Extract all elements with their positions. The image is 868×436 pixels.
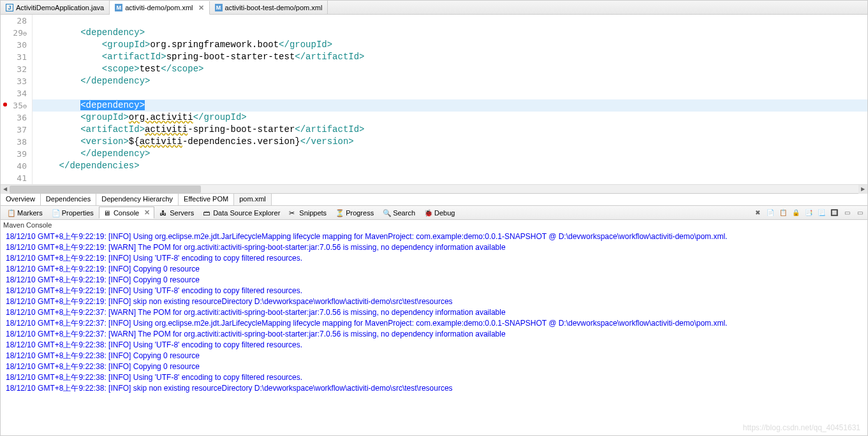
view-label: Data Source Explorer xyxy=(213,209,280,217)
line-number: 40 xyxy=(1,160,27,172)
toolbar-button[interactable]: 📑 xyxy=(804,208,814,218)
editor-tab[interactable]: Mactiviti-demo/pom.xml✕ xyxy=(110,1,209,15)
console-line: 18/12/10 GMT+8上午9:22:37: [INFO] Using or… xyxy=(6,318,862,329)
view-tab-data-source-explorer[interactable]: 🗃Data Source Explorer xyxy=(199,208,284,218)
line-number: 34 xyxy=(1,87,27,99)
view-label: Snippets xyxy=(299,209,327,217)
console-line: 18/12/10 GMT+8上午9:22:19: [INFO] Using 'U… xyxy=(6,253,862,264)
view-label: Markers xyxy=(17,209,43,217)
toolbar-button[interactable]: ✖ xyxy=(753,208,763,218)
line-number: 33 xyxy=(1,75,27,87)
code-line[interactable]: <groupId>org.activiti</groupId> xyxy=(33,112,867,124)
line-number: 28 xyxy=(1,15,27,27)
view-label: Search xyxy=(393,209,415,217)
code-line[interactable]: </dependencies> xyxy=(33,160,867,172)
editor-hscroll[interactable]: ◀ ▶ xyxy=(1,184,867,193)
line-number: 30 xyxy=(1,39,27,51)
view-label: Progress xyxy=(346,209,374,217)
tab-label: activiti-boot-test-demo/pom.xml xyxy=(225,4,323,11)
code-line[interactable] xyxy=(33,15,867,27)
toolbar-button[interactable]: ▭ xyxy=(855,208,865,218)
console-line: 18/12/10 GMT+8上午9:22:19: [INFO] Using 'U… xyxy=(6,286,862,296)
view-label: Servers xyxy=(170,209,194,217)
close-icon[interactable]: ✕ xyxy=(144,208,150,217)
console-line: 18/12/10 GMT+8上午9:22:38: [INFO] Using 'U… xyxy=(6,372,862,383)
view-icon: 📄 xyxy=(52,209,59,217)
console-line: 18/12/10 GMT+8上午9:22:19: [INFO] Copying … xyxy=(6,275,862,286)
ide-window: JActivitiDemoApplication.javaMactiviti-d… xyxy=(0,0,868,436)
line-number: 39 xyxy=(1,148,27,160)
view-tab-search[interactable]: 🔍Search xyxy=(379,208,419,218)
line-number: 36 xyxy=(1,112,27,124)
pom-subtab[interactable]: Dependency Hierarchy xyxy=(96,194,179,205)
watermark: https://blog.csdn.net/qq_40451631 xyxy=(743,423,860,432)
toolbar-button[interactable]: 🔲 xyxy=(829,208,839,218)
pom-subtab[interactable]: Dependencies xyxy=(41,194,96,205)
maven-file-icon: M xyxy=(115,4,122,11)
code-line[interactable] xyxy=(33,172,867,184)
editor[interactable]: 2829⊖303132333435⊖363738394041 <dependen… xyxy=(1,15,867,184)
console-line: 18/12/10 GMT+8上午9:22:19: [WARN] The POM … xyxy=(6,242,862,253)
code-line[interactable]: </dependency> xyxy=(33,75,867,87)
code-line[interactable]: <groupId>org.springframework.boot</group… xyxy=(33,39,867,51)
code-line[interactable]: </dependency> xyxy=(33,148,867,160)
view-tab-markers[interactable]: 📋Markers xyxy=(3,208,47,218)
pom-subtab-bar: OverviewDependenciesDependency Hierarchy… xyxy=(1,193,867,206)
fold-icon[interactable]: ⊖ xyxy=(23,103,27,110)
views-bar: 📋Markers📄Properties🖥Console✕🖧Servers🗃Dat… xyxy=(1,206,867,220)
view-tab-servers[interactable]: 🖧Servers xyxy=(156,208,198,218)
scroll-right-icon[interactable]: ▶ xyxy=(858,185,867,194)
toolbar-button[interactable]: 📄 xyxy=(765,208,776,218)
code-line[interactable]: <scope>test</scope> xyxy=(33,63,867,75)
code-line[interactable]: <dependency> xyxy=(33,27,867,39)
console-line: 18/12/10 GMT+8上午9:22:38: [INFO] Using 'U… xyxy=(6,340,862,351)
view-icon: 🖥 xyxy=(103,209,111,217)
scroll-left-icon[interactable]: ◀ xyxy=(1,185,10,194)
close-icon[interactable]: ✕ xyxy=(198,4,204,12)
console-line: 18/12/10 GMT+8上午9:22:19: [INFO] skip non… xyxy=(6,296,862,307)
line-gutter: 2829⊖303132333435⊖363738394041 xyxy=(1,15,33,184)
line-number: 35⊖ xyxy=(1,99,27,112)
view-icon: 🐞 xyxy=(424,209,432,217)
console-line: 18/12/10 GMT+8上午9:22:19: [INFO] Copying … xyxy=(6,264,862,275)
console-line: 18/12/10 GMT+8上午9:22:38: [INFO] skip non… xyxy=(6,383,862,394)
view-tab-progress[interactable]: ⏳Progress xyxy=(332,208,378,218)
toolbar-button[interactable]: 📃 xyxy=(816,208,827,218)
view-icon: 🔍 xyxy=(383,209,390,217)
view-tab-snippets[interactable]: ✂Snippets xyxy=(285,208,330,218)
line-number: 31 xyxy=(1,51,27,63)
console-line: 18/12/10 GMT+8上午9:22:37: [WARN] The POM … xyxy=(6,329,862,340)
scroll-thumb[interactable] xyxy=(10,185,201,193)
pom-subtab[interactable]: Overview xyxy=(1,194,41,205)
code-area[interactable]: <dependency> <groupId>org.springframewor… xyxy=(33,15,867,184)
view-icon: ⏳ xyxy=(335,209,343,217)
view-tab-debug[interactable]: 🐞Debug xyxy=(420,208,459,218)
console-line: 18/12/10 GMT+8上午9:22:37: [WARN] The POM … xyxy=(6,307,862,318)
console-line: 18/12/10 GMT+8上午9:22:38: [INFO] Copying … xyxy=(6,351,862,361)
view-label: Properties xyxy=(62,209,94,217)
view-label: Debug xyxy=(434,209,455,217)
toolbar-button[interactable]: 📋 xyxy=(778,208,788,218)
line-number: 29⊖ xyxy=(1,27,27,39)
java-file-icon: J xyxy=(6,4,13,11)
code-line[interactable] xyxy=(33,87,867,99)
pom-subtab[interactable]: pom.xml xyxy=(234,194,272,205)
maven-file-icon: M xyxy=(215,4,223,11)
code-line[interactable]: <dependency> xyxy=(33,99,867,112)
console-output[interactable]: 18/12/10 GMT+8上午9:22:19: [INFO] Using or… xyxy=(1,230,867,435)
line-number: 41 xyxy=(1,172,27,184)
editor-tab[interactable]: JActivitiDemoApplication.java xyxy=(1,1,110,14)
code-line[interactable]: <artifactId>spring-boot-starter-test</ar… xyxy=(33,51,867,63)
toolbar-button[interactable]: 🔒 xyxy=(791,208,801,218)
tab-label: activiti-demo/pom.xml xyxy=(125,4,193,11)
code-line[interactable]: <version>${activiti-dependencies.version… xyxy=(33,136,867,148)
toolbar-button[interactable]: ▭ xyxy=(842,208,852,218)
tab-label: ActivitiDemoApplication.java xyxy=(16,4,104,11)
view-tab-properties[interactable]: 📄Properties xyxy=(48,208,98,218)
code-line[interactable]: <artifactId>activiti-spring-boot-starter… xyxy=(33,124,867,136)
pom-subtab[interactable]: Effective POM xyxy=(179,194,234,205)
fold-icon[interactable]: ⊖ xyxy=(23,30,27,37)
view-tab-console[interactable]: 🖥Console✕ xyxy=(99,207,154,219)
editor-tab[interactable]: Mactiviti-boot-test-demo/pom.xml xyxy=(210,1,328,14)
console-line: 18/12/10 GMT+8上午9:22:19: [INFO] Using or… xyxy=(6,231,862,242)
